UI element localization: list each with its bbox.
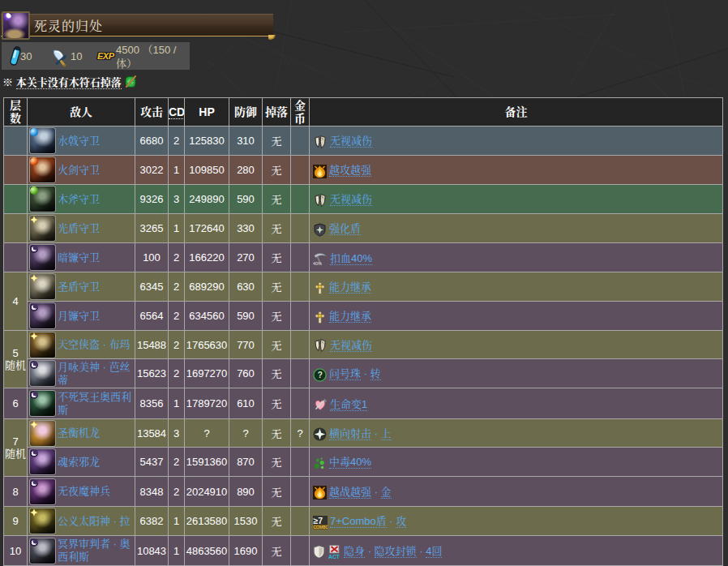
svg-text:ACT: ACT bbox=[328, 554, 340, 559]
svg-text:COMBO: COMBO bbox=[314, 525, 328, 530]
svg-text:≥7: ≥7 bbox=[314, 516, 323, 525]
svg-text:?: ? bbox=[318, 371, 323, 379]
svg-text:40%: 40% bbox=[313, 261, 322, 266]
